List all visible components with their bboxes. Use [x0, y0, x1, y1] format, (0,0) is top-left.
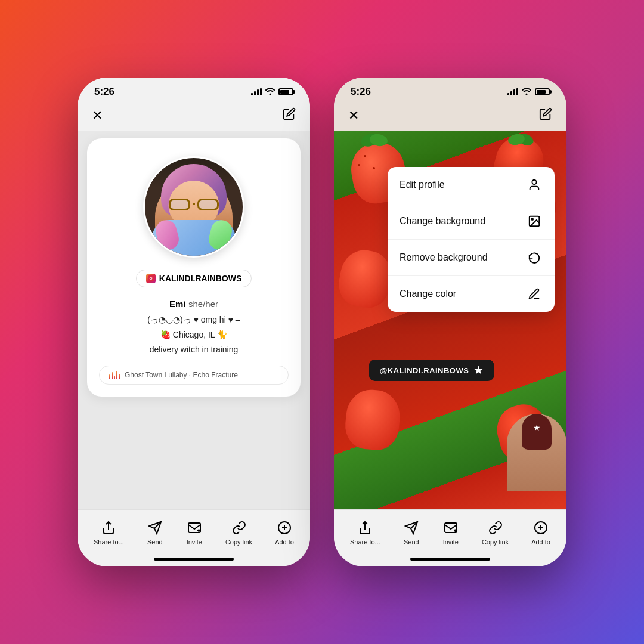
instagram-logo: [146, 274, 156, 283]
change-background-label: Change background: [400, 216, 485, 227]
status-icons-2: [507, 88, 550, 97]
pen-icon: [526, 286, 543, 302]
music-icon: [109, 371, 120, 379]
status-bar-2: 5:26: [334, 78, 566, 103]
star-icon: [473, 366, 483, 375]
svg-point-79: [531, 218, 533, 220]
share-icon-1: [100, 519, 117, 536]
invite-icon-1: [186, 519, 203, 536]
copy-link-icon-2: [487, 519, 504, 536]
invite-label-1: Invite: [187, 538, 202, 546]
image-icon: [526, 213, 543, 230]
wifi-icon-2: [522, 88, 531, 97]
send-label-1: Send: [147, 538, 163, 546]
profile-content: KALINDI.RAINBOWS Emi she/her (っ◔◡◔)っ ♥ o…: [78, 131, 310, 509]
undo-icon: [526, 249, 543, 266]
remove-background-label: Remove background: [400, 252, 488, 263]
send-label-2: Send: [404, 538, 419, 546]
send-icon-1: [147, 519, 163, 536]
copy-link-icon-1: [231, 519, 247, 536]
bio-pronoun: she/her: [188, 299, 218, 309]
send-button-1[interactable]: Send: [147, 519, 163, 546]
home-indicator-1: [154, 558, 234, 561]
profile-bio: Emi she/her (っ◔◡◔)っ ♥ omg hi ♥ – 🍓 Chica…: [147, 297, 240, 356]
edit-button-1[interactable]: [283, 107, 296, 124]
dropdown-menu: Edit profile Change background: [388, 167, 555, 312]
add-to-icon-1: [276, 519, 293, 536]
phone-1: 5:26 ✕: [78, 78, 310, 566]
send-button-2[interactable]: Send: [403, 519, 420, 546]
action-bar-1: Share to... Send Invite: [78, 509, 310, 553]
add-to-button-1[interactable]: Add to: [275, 519, 294, 546]
svg-point-77: [532, 180, 536, 184]
music-text: Ghost Town Lullaby · Echo Fracture: [125, 371, 238, 379]
share-label-2: Share to...: [350, 538, 380, 546]
action-bar-2: Share to... Send Invite: [334, 509, 566, 553]
music-bar: Ghost Town Lullaby · Echo Fracture: [99, 366, 289, 385]
invite-icon-2: [442, 519, 459, 536]
avatar: [143, 156, 244, 258]
dropdown-change-background[interactable]: Change background: [388, 203, 555, 240]
share-icon-2: [357, 519, 373, 536]
copy-link-label-1: Copy link: [225, 538, 252, 546]
bio-line2: 🍓 Chicago, IL 🐈: [147, 329, 240, 341]
send-icon-2: [403, 519, 420, 536]
svg-point-2: [152, 277, 153, 277]
status-bar-1: 5:26: [78, 78, 310, 103]
dropdown-edit-profile[interactable]: Edit profile: [388, 167, 555, 203]
battery-icon-1: [278, 88, 293, 95]
dropdown-remove-background[interactable]: Remove background: [388, 240, 555, 276]
username-text: KALINDI.RAINBOWS: [159, 274, 242, 283]
home-indicator-2: [410, 558, 490, 561]
bio-line3: delivery witch in training: [147, 343, 240, 356]
share-label-1: Share to...: [94, 538, 124, 546]
change-color-label: Change color: [400, 289, 456, 299]
share-button-2[interactable]: Share to...: [350, 519, 380, 546]
share-button-1[interactable]: Share to...: [94, 519, 124, 546]
nav-bar-2: ✕: [334, 103, 566, 131]
phone-2: 5:26 ✕: [334, 78, 566, 566]
username-badge: KALINDI.RAINBOWS: [136, 270, 252, 287]
edit-button-2[interactable]: [539, 107, 552, 124]
battery-icon-2: [535, 88, 550, 95]
phone-2-content: ★: [334, 131, 566, 509]
add-to-icon-2: [532, 519, 549, 536]
edit-profile-label: Edit profile: [400, 179, 445, 190]
status-icons-1: [251, 88, 293, 97]
wifi-icon-1: [265, 88, 275, 97]
profile-card: KALINDI.RAINBOWS Emi she/her (っ◔◡◔)っ ♥ o…: [87, 138, 301, 397]
svg-rect-0: [148, 275, 154, 281]
add-to-label-1: Add to: [275, 538, 294, 546]
add-to-label-2: Add to: [531, 538, 550, 546]
signal-icon-1: [251, 88, 262, 95]
nav-bar-1: ✕: [78, 103, 310, 131]
bio-name: Emi: [169, 299, 186, 309]
invite-button-2[interactable]: Invite: [442, 519, 459, 546]
username-label-qr: @KALINDI.RAINBOWS: [369, 360, 494, 381]
close-button-2[interactable]: ✕: [348, 108, 359, 123]
status-time-2: 5:26: [351, 86, 371, 98]
copy-link-label-2: Copy link: [482, 538, 509, 546]
close-button-1[interactable]: ✕: [92, 108, 103, 123]
copy-link-button-2[interactable]: Copy link: [482, 519, 509, 546]
status-time-1: 5:26: [94, 86, 114, 98]
add-to-button-2[interactable]: Add to: [531, 519, 550, 546]
signal-icon-2: [507, 88, 518, 95]
qr-username-text: @KALINDI.RAINBOWS: [380, 366, 469, 375]
invite-button-1[interactable]: Invite: [186, 519, 203, 546]
bio-line1: (っ◔◡◔)っ ♥ omg hi ♥ –: [147, 314, 240, 326]
dropdown-change-color[interactable]: Change color: [388, 276, 555, 312]
invite-label-2: Invite: [443, 538, 459, 546]
copy-link-button-1[interactable]: Copy link: [225, 519, 252, 546]
person-icon: [526, 177, 543, 193]
